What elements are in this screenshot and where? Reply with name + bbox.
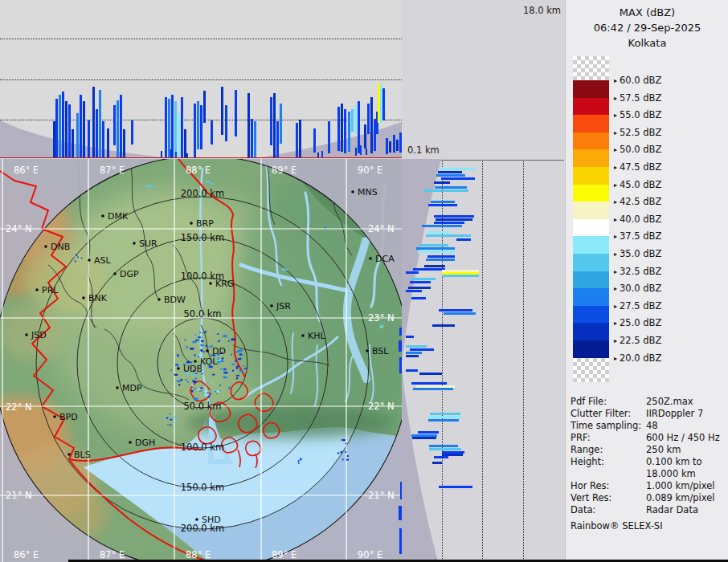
echo-column — [55, 99, 58, 158]
echo-pixel — [231, 338, 235, 340]
radar-map: 200.0 km150.0 km100.0 km50.0 km50.0 km10… — [0, 159, 402, 562]
echo-column — [313, 128, 316, 153]
station-dot — [101, 214, 104, 218]
scan-datetime: 06:42 / 29-Sep-2025 — [566, 20, 728, 35]
echo-pixel — [74, 255, 76, 256]
edge-echo-streak — [399, 357, 402, 373]
latitude-label-right: 21° N — [368, 490, 395, 501]
info-label: Hor Res: — [571, 480, 646, 492]
echo-column — [273, 93, 276, 158]
echo-row — [418, 431, 439, 434]
echo-row — [427, 231, 450, 234]
legend-threshold-label: ▸50.0 dBZ — [614, 144, 710, 155]
echo-row — [406, 290, 422, 292]
echo-pixel — [170, 413, 170, 414]
station-dot — [82, 296, 85, 299]
longitude-label-top: 88° E — [186, 165, 211, 176]
info-label: Pdf File: — [571, 396, 646, 408]
station-dot — [25, 333, 28, 336]
station-label: DMK — [108, 211, 129, 222]
echo-row — [434, 222, 464, 224]
echo-pixel — [205, 345, 207, 347]
echo-column — [178, 113, 180, 158]
latitude-label-right: 22° N — [368, 401, 395, 412]
legend-tick-arrow-icon: ▸ — [614, 233, 617, 240]
echo-pixel — [215, 391, 217, 392]
echo-pixel — [238, 349, 242, 352]
echo-pixel — [236, 351, 238, 352]
echo-pixel — [300, 458, 302, 461]
station-dot — [351, 190, 354, 193]
echo-pixel — [347, 455, 349, 457]
info-value: 600 Hz / 450 Hz — [646, 432, 728, 444]
echo-row — [428, 419, 459, 422]
echo-pixel — [187, 381, 188, 382]
legend-threshold-label: ▸40.0 dBZ — [614, 214, 710, 225]
info-label: Range: — [571, 444, 646, 456]
legend-tick-arrow-icon: ▸ — [614, 355, 617, 362]
echo-pixel — [201, 340, 204, 342]
echo-pixel — [192, 341, 196, 343]
echo-pixel — [236, 365, 239, 367]
legend-color-cell — [573, 254, 609, 271]
echo-pixel — [200, 388, 202, 389]
info-row: Vert Res:0.089 km/pixel — [571, 492, 728, 504]
longitude-label-bottom: 88° E — [186, 549, 211, 560]
echo-pixel — [223, 372, 227, 373]
latitude-label-left: 24° N — [6, 223, 32, 234]
echo-pixel — [191, 385, 193, 386]
legend-threshold-label: ▸22.5 dBZ — [614, 335, 710, 346]
legend-color-cell — [573, 185, 609, 202]
echo-pixel — [282, 269, 285, 271]
echo-column — [280, 104, 282, 144]
echo-column — [65, 101, 67, 158]
info-row: Clutter Filter:IIRDoppler 7 — [571, 408, 728, 420]
info-label: Time sampling: — [571, 420, 646, 432]
echo-pixel — [379, 325, 384, 328]
echo-column — [181, 97, 183, 158]
echo-column — [174, 101, 177, 158]
station-dot — [133, 242, 136, 245]
station-dot — [270, 304, 273, 307]
station-dot — [195, 518, 198, 521]
echo-row — [406, 271, 419, 274]
echo-pixel — [342, 458, 344, 460]
echo-row — [406, 355, 419, 357]
info-row: Time sampling:48 — [571, 420, 728, 432]
echo-column — [270, 97, 272, 145]
echo-row — [413, 268, 445, 271]
station-dot — [116, 386, 119, 389]
edge-echo-streak — [399, 528, 402, 554]
echo-column — [382, 88, 385, 120]
station-label: KRG — [215, 279, 234, 289]
echo-column — [211, 120, 213, 145]
echo-pixel — [204, 393, 208, 396]
station-label: JSD — [31, 330, 47, 340]
info-label: Height: — [571, 456, 646, 468]
echo-column — [364, 124, 366, 149]
station-label: DGP — [120, 269, 139, 279]
legend-tick-arrow-icon: ▸ — [614, 181, 617, 189]
echo-pixel — [210, 394, 211, 396]
info-label: Vert Res: — [571, 492, 646, 504]
echo-pixel — [198, 336, 199, 338]
echo-pixel — [77, 257, 79, 259]
legend-threshold-label: ▸42.5 dBZ — [614, 196, 710, 207]
echo-row — [444, 312, 476, 315]
echo-row — [434, 181, 450, 184]
echo-column — [102, 121, 104, 158]
echo-pixel — [165, 416, 166, 417]
legend-tick-arrow-icon: ▸ — [614, 95, 617, 102]
echo-pixel — [153, 185, 155, 188]
legend-threshold-label: ▸27.5 dBZ — [614, 300, 710, 312]
legend-tick-arrow-icon: ▸ — [614, 77, 617, 84]
echo-pixel — [239, 370, 243, 372]
legend-panel: MAX (dBZ) 06:42 / 29-Sep-2025 Kolkata ▸6… — [565, 0, 728, 562]
echo-pixel — [200, 344, 203, 346]
station-label: SUR — [139, 238, 157, 249]
legend-color-scale — [573, 56, 609, 382]
echo-row — [429, 445, 458, 447]
echo-pixel — [235, 360, 236, 362]
echo-column — [203, 91, 206, 123]
echo-pixel — [216, 390, 220, 392]
